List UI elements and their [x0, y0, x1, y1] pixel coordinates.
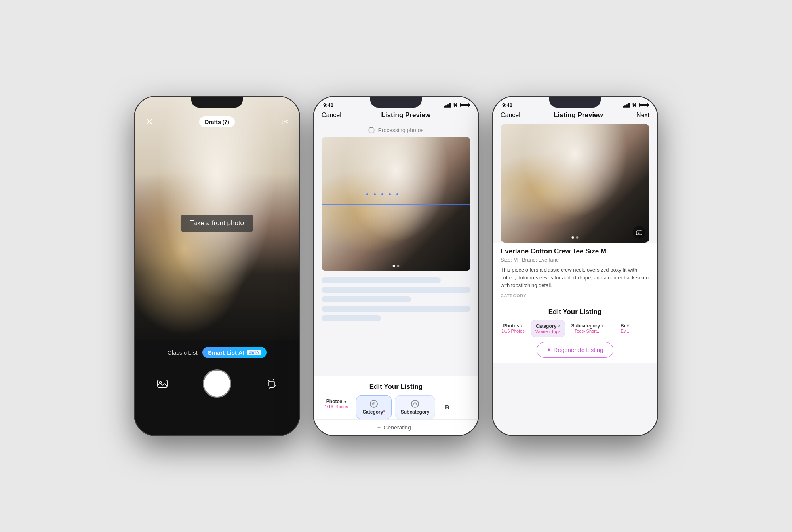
subcategory-tab-3[interactable]: Subcategory ∨ Tees- Short...	[567, 320, 608, 337]
svg-rect-3	[636, 231, 642, 235]
signal-icon-3	[623, 103, 630, 108]
result-photo	[501, 124, 649, 243]
front-photo-prompt: Take a front photo	[181, 215, 253, 232]
status-icons-2: ⌘	[444, 103, 469, 108]
time-3: 9:41	[502, 102, 512, 108]
product-title: Everlane Cotton Crew Tee Size M	[501, 247, 649, 255]
smart-mode-button[interactable]: Smart List AI BETA	[202, 347, 267, 358]
cancel-button-2[interactable]: Cancel	[322, 112, 341, 119]
category-tab-2[interactable]: ⊕ Category*	[356, 395, 392, 419]
notch-3	[549, 97, 601, 108]
nav-bar-2: Cancel Listing Preview	[314, 110, 478, 124]
next-button-3[interactable]: Next	[636, 112, 649, 119]
close-icon[interactable]: ✕	[146, 117, 153, 127]
beta-badge: BETA	[247, 350, 261, 355]
category-tab-3[interactable]: Category ∨ Women Tops	[531, 320, 565, 337]
image-pagination	[393, 265, 400, 267]
processing-text: Processing photos	[378, 127, 423, 133]
result-tabs: Photos ∨ 1/16 Photos Category ∨ Women To…	[493, 320, 657, 337]
regenerate-listing-button[interactable]: ✦ Regenerate Listing	[537, 342, 613, 358]
scan-line	[322, 204, 470, 205]
phone-1: Take a front photo ✕ Drafts (7) ✂ Classi…	[134, 96, 300, 436]
subcategory-tab-icon: ⊕	[411, 400, 419, 408]
svg-rect-0	[158, 380, 167, 387]
product-info: Everlane Cotton Crew Tee Size M Size: M …	[493, 243, 657, 303]
photos-tab-3[interactable]: Photos ∨ 1/16 Photos	[497, 320, 529, 337]
phone-3: 9:41 ⌘ Cancel Listing Prev	[492, 96, 658, 436]
page-title-2: Listing Preview	[381, 111, 431, 119]
loading-spinner	[368, 127, 375, 133]
generating-text: Generating...	[384, 424, 416, 431]
category-section-label: CATEGORY	[501, 293, 649, 298]
product-description: This piece offers a classic crew neck, o…	[501, 266, 649, 289]
camera-flip-button[interactable]	[263, 375, 280, 392]
brand-tab-3[interactable]: Br ∨ Ev...	[610, 320, 640, 337]
shutter-button[interactable]	[203, 369, 231, 398]
cancel-button-3[interactable]: Cancel	[501, 112, 520, 119]
wifi-icon-3: ⌘	[632, 103, 637, 108]
subcategory-tab-2[interactable]: ⊕ Subcategory	[395, 395, 436, 419]
edit-tabs-2: Photos ∨ 1/16 Photos ⊕ Category* ⊕ Subca…	[314, 395, 478, 419]
wifi-icon: ⌘	[453, 103, 458, 108]
camera-viewfinder: Take a front photo	[135, 97, 299, 350]
drafts-button[interactable]: Drafts (7)	[199, 116, 234, 127]
battery-icon	[460, 103, 469, 107]
edit-title-3: Edit Your Listing	[493, 308, 657, 316]
edit-title-2: Edit Your Listing	[314, 383, 478, 391]
brand-tab-2[interactable]: B	[438, 395, 456, 419]
time-2: 9:41	[323, 102, 333, 108]
notch-1	[191, 97, 243, 108]
regen-button-area: ✦ Regenerate Listing	[493, 337, 657, 363]
mode-selector: Classic List Smart List AI BETA	[168, 347, 267, 358]
classic-mode-label[interactable]: Classic List	[168, 349, 198, 356]
camera-controls	[135, 369, 299, 398]
camera-bottom-bar: Classic List Smart List AI BETA	[135, 340, 299, 435]
camera-overlay-icon[interactable]	[633, 226, 645, 239]
star-icon: ✦	[377, 424, 381, 431]
scan-dots	[366, 193, 398, 195]
result-image	[501, 124, 649, 243]
listing-image	[322, 137, 470, 271]
image-pagination-3	[572, 236, 579, 239]
battery-icon-3	[639, 103, 648, 107]
edit-section-2: Edit Your Listing Photos ∨ 1/16 Photos ⊕…	[314, 376, 478, 435]
page-title-3: Listing Preview	[554, 111, 603, 119]
phone-2: 9:41 ⌘ Cancel Listing Prev	[313, 96, 479, 436]
status-icons-3: ⌘	[623, 103, 648, 108]
gallery-button[interactable]	[154, 375, 171, 392]
svg-rect-2	[269, 381, 274, 386]
generating-bar: ✦ Generating...	[314, 419, 478, 435]
skeleton-loading	[314, 271, 478, 376]
edit-section-3: Edit Your Listing Photos ∨ 1/16 Photos C…	[493, 303, 657, 363]
product-meta: Size: M | Brand: Everlane	[501, 257, 649, 263]
category-tab-icon: ⊕	[370, 400, 378, 408]
scissors-icon[interactable]: ✂	[281, 117, 288, 127]
signal-icon	[444, 103, 451, 108]
svg-point-4	[638, 232, 640, 234]
processing-banner: Processing photos	[314, 124, 478, 137]
notch-2	[370, 97, 422, 108]
nav-bar-3: Cancel Listing Preview Next	[493, 110, 657, 124]
photos-tab-2[interactable]: Photos ∨ 1/16 Photos	[320, 395, 353, 419]
